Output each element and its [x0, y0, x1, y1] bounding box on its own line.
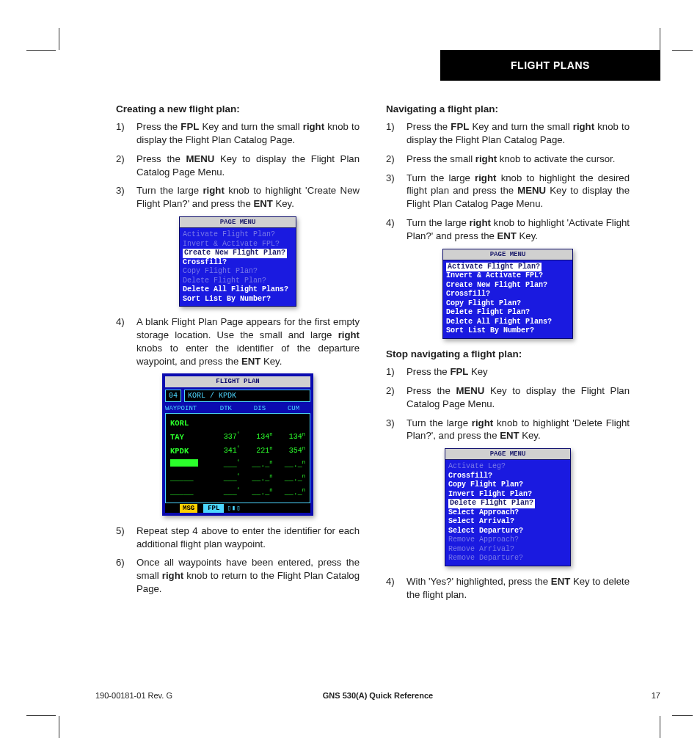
- section-header: FLIGHT PLANS: [440, 50, 660, 81]
- heading-navigate: Navigating a flight plan:: [386, 103, 630, 116]
- step-text: Press the FPL Key and turn the small rig…: [136, 120, 360, 147]
- heading-create: Creating a new flight plan:: [116, 103, 360, 116]
- heading-stop: Stop navigating a flight plan:: [386, 348, 630, 361]
- screenshot-page-menu-activate: PAGE MENU Activate Flight Plan? Invert &…: [442, 249, 573, 339]
- step-num: 1): [116, 120, 136, 147]
- right-column: Navigating a flight plan: 1) Press the F…: [386, 103, 630, 607]
- screenshot-flight-plan: FLIGHT PLAN 04 KORL / KPDK WAYPOINTDTKDI…: [162, 373, 313, 515]
- doc-title: GNS 530(A) Quick Reference: [95, 691, 660, 700]
- left-column: Creating a new flight plan: 1) Press the…: [116, 103, 360, 607]
- screenshot-page-menu-delete: PAGE MENU Activate Leg? Crossfill? Copy …: [445, 448, 571, 566]
- page-footer: 190-00181-01 Rev. G GNS 530(A) Quick Ref…: [95, 691, 660, 700]
- screenshot-page-menu-create: PAGE MENU Activate Flight Plan? Invert &…: [179, 216, 296, 307]
